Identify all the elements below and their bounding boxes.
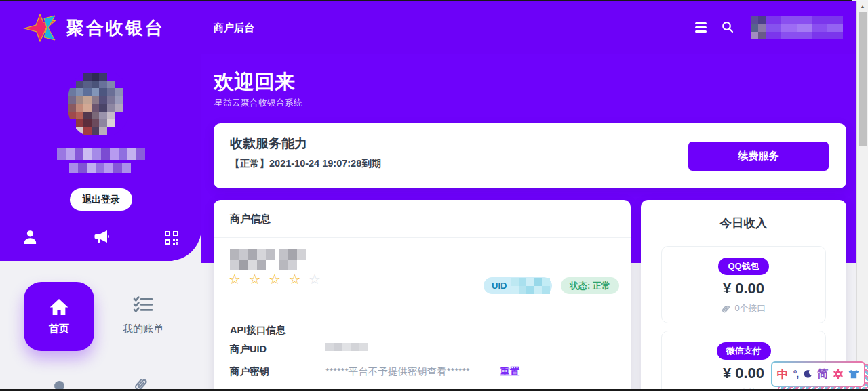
window-top-edge bbox=[0, 0, 852, 1]
uid-value-redacted bbox=[511, 277, 550, 295]
merchant-key-masked-value: ******平台不予提供密钥查看****** bbox=[326, 365, 470, 378]
ime-language-toggle[interactable]: 中 bbox=[777, 367, 789, 382]
merchant-uid-value-redacted bbox=[326, 342, 368, 352]
income-amount: ¥ 0.00 bbox=[723, 280, 764, 297]
star-icon: ☆ bbox=[269, 272, 283, 287]
user-name-redacted bbox=[57, 148, 145, 178]
status-badge: 状态: 正常 bbox=[561, 277, 619, 294]
page-subtitle: 星益云聚合收银台系统 bbox=[214, 97, 302, 109]
pay-channel-badge: QQ钱包 bbox=[718, 258, 768, 275]
paperclip-icon bbox=[721, 304, 730, 314]
merchant-info-card: 商户信息 ☆ ☆ ☆ ☆ ☆ UID 状态: 正常 API接口信息 商户UID … bbox=[214, 200, 631, 391]
moon-icon[interactable] bbox=[803, 369, 812, 379]
nav-merchant-backend[interactable]: 商户后台 bbox=[214, 1, 254, 54]
home-icon bbox=[49, 298, 69, 316]
pay-channel-badge: 微信支付 bbox=[717, 342, 771, 360]
announcement-icon[interactable] bbox=[94, 229, 109, 245]
merchant-card-title: 商户信息 bbox=[214, 200, 631, 238]
scrollbar-up-arrow-icon[interactable]: ▲ bbox=[857, 1, 868, 12]
tshirt-skin-icon[interactable] bbox=[848, 369, 859, 379]
search-icon[interactable] bbox=[722, 21, 734, 33]
merchant-name-redacted bbox=[230, 249, 311, 270]
uid-badge: UID bbox=[484, 277, 552, 294]
page-title: 欢迎回来 bbox=[214, 68, 295, 96]
user-avatar-redacted bbox=[68, 70, 130, 138]
merchant-uid-field-label: 商户UID bbox=[230, 343, 267, 356]
star-icon: ☆ bbox=[229, 272, 243, 287]
vertical-scrollbar[interactable]: ▲ bbox=[856, 1, 868, 389]
service-card-title: 收款服务能力 bbox=[230, 135, 307, 152]
interface-count: 0个接口 bbox=[734, 302, 766, 314]
star-icon: ☆ bbox=[249, 272, 263, 287]
income-amount: ¥ 0.00 bbox=[723, 365, 764, 382]
brand[interactable]: 聚合收银台 bbox=[23, 1, 165, 54]
sidebar-item-home[interactable]: 首页 bbox=[24, 282, 94, 351]
scrollbar-thumb[interactable] bbox=[859, 12, 867, 146]
logout-button[interactable]: 退出登录 bbox=[70, 188, 132, 211]
topbar-user-redacted[interactable] bbox=[748, 16, 846, 39]
uid-badge-label: UID bbox=[492, 281, 507, 291]
sidebar-item-home-label: 首页 bbox=[49, 323, 69, 335]
today-income-title: 今日收入 bbox=[641, 200, 846, 231]
sidebar-item-bills-label: 我的账单 bbox=[123, 323, 163, 335]
brand-title: 聚合收银台 bbox=[66, 16, 165, 40]
income-item-qq-wallet: QQ钱包 ¥ 0.00 0个接口 bbox=[661, 246, 826, 323]
star-icon: ☆ bbox=[309, 272, 323, 287]
menu-icon[interactable] bbox=[695, 22, 707, 35]
ime-punctuation-toggle[interactable]: °, bbox=[793, 369, 799, 379]
reset-key-link[interactable]: 重置 bbox=[500, 365, 519, 378]
ime-simplified-toggle[interactable]: 简 bbox=[817, 367, 828, 382]
api-info-title: API接口信息 bbox=[230, 324, 285, 337]
merchant-key-field-label: 商户密钥 bbox=[230, 365, 269, 378]
sidebar-item-bills[interactable]: 我的账单 bbox=[114, 296, 172, 335]
checklist-icon bbox=[133, 296, 153, 313]
qr-code-icon[interactable] bbox=[165, 231, 178, 245]
merchant-rating-stars: ☆ ☆ ☆ ☆ ☆ bbox=[229, 271, 323, 287]
gear-icon[interactable] bbox=[833, 369, 844, 379]
profile-icon[interactable] bbox=[24, 230, 37, 245]
logo-star-icon bbox=[23, 14, 57, 42]
renew-service-button[interactable]: 续费服务 bbox=[688, 142, 829, 171]
service-capability-card: 收款服务能力 【正常】2021-10-24 19:07:28到期 续费服务 bbox=[214, 123, 846, 188]
service-expiry-status: 【正常】2021-10-24 19:07:28到期 bbox=[230, 157, 381, 170]
ime-toolbar[interactable]: 中 °, 简 bbox=[771, 361, 865, 387]
star-icon: ☆ bbox=[289, 272, 303, 287]
